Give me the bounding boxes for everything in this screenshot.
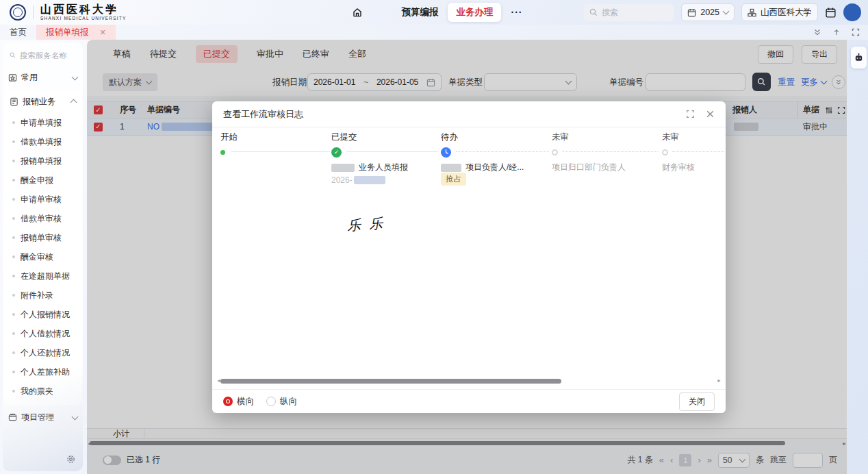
sidebar-item[interactable]: 借款单审核 xyxy=(4,209,81,228)
redacted-name xyxy=(331,164,355,172)
sidebar-item[interactable]: 报销单审核 xyxy=(4,228,81,247)
home-icon[interactable] xyxy=(352,7,363,18)
sidebar-item[interactable]: 附件补录 xyxy=(4,286,81,305)
connector xyxy=(231,151,330,152)
star-folder-icon xyxy=(8,73,17,82)
tab-bar: 首页 报销单填报 ✕ xyxy=(0,25,868,40)
schedule-icon[interactable] xyxy=(825,7,837,18)
preempt-badge[interactable]: 抢占 xyxy=(441,173,466,186)
modal-horizontal-scrollbar[interactable]: ◄ ► xyxy=(216,378,722,384)
search-icon xyxy=(10,51,16,60)
sidebar-item[interactable]: 申请单填报 xyxy=(4,113,81,132)
radio-unselected-icon xyxy=(266,397,276,406)
handwritten-signature: 乐乐 xyxy=(346,214,392,235)
tab-home[interactable]: 首页 xyxy=(0,25,36,40)
sidebar-search-input[interactable] xyxy=(20,51,77,60)
sidebar-group-common[interactable]: 常用 xyxy=(3,66,83,89)
step-pending-clock-icon xyxy=(441,147,451,158)
tab-reimburse-form[interactable]: 报销单填报 ✕ xyxy=(36,25,116,40)
redacted-date xyxy=(354,176,385,184)
radio-vertical[interactable]: 纵向 xyxy=(266,396,297,408)
settings-gear-icon[interactable] xyxy=(66,454,76,464)
step-date-prefix: 2026- xyxy=(331,175,353,185)
sidebar-item[interactable]: 个人还款情况 xyxy=(4,343,81,362)
nav-more-button[interactable]: ··· xyxy=(511,7,522,18)
radio-selected-icon xyxy=(223,397,233,406)
step-role: 项目归口部门负责人 xyxy=(552,162,626,173)
fullscreen-icon[interactable] xyxy=(852,28,860,36)
org-icon xyxy=(748,8,756,17)
modal-footer: 横向 纵向 关闭 xyxy=(212,389,726,413)
assistant-panel[interactable] xyxy=(851,47,867,68)
step-start: 开始 xyxy=(220,132,330,143)
sidebar-item[interactable]: 酬金审核 xyxy=(4,247,81,266)
step-start-dot-icon xyxy=(220,150,225,155)
workflow-log-modal: 查看工作流审核日志 开始 已 xyxy=(212,101,726,413)
page: 山西医科大学 SHANXI MEDICAL UNIVERSITY 预算编报 业务… xyxy=(0,0,868,474)
upload-icon[interactable] xyxy=(832,28,841,36)
modal-close-icon[interactable] xyxy=(706,110,715,118)
close-tab-icon[interactable]: ✕ xyxy=(100,28,106,37)
sidebar-search[interactable] xyxy=(3,48,83,66)
radio-horizontal[interactable]: 横向 xyxy=(223,396,254,408)
chevron-down-icon xyxy=(72,73,79,80)
step-todo-circle-icon xyxy=(662,149,668,155)
step-pending: 待办 项目负责人/经... 抢占 xyxy=(441,132,550,143)
connector xyxy=(672,151,724,152)
collapse-all-icon[interactable] xyxy=(813,28,821,36)
sidebar-item[interactable]: 酬金申报 xyxy=(4,171,81,190)
user-avatar[interactable] xyxy=(843,3,861,21)
header-right: 2025 山西医科大学 xyxy=(584,3,861,21)
university-name: 山西医科大学 xyxy=(40,4,126,15)
org-selector[interactable]: 山西医科大学 xyxy=(741,3,818,21)
year-value: 2025 xyxy=(700,8,719,17)
step-role: 项目负责人/经... xyxy=(465,162,524,173)
modal-title: 查看工作流审核日志 xyxy=(223,108,303,121)
sidebar-item[interactable]: 申请单审核 xyxy=(4,190,81,209)
university-logo-icon xyxy=(10,4,26,21)
university-name-en: SHANXI MEDICAL UNIVERSITY xyxy=(40,16,126,21)
global-search[interactable] xyxy=(584,4,674,21)
nav-budget[interactable]: 预算编报 xyxy=(401,6,438,18)
connector xyxy=(563,151,659,152)
workflow-stepper: 开始 已提交 ✓ 业务人员填报 2026- 待办 xyxy=(220,132,726,221)
step-unreviewed-finance: 未审 财务审核 xyxy=(662,132,771,143)
modal-header: 查看工作流审核日志 xyxy=(212,101,726,127)
chevron-up-icon xyxy=(71,99,77,106)
sidebar: 常用 报销业务 申请单填报 借款单填报 报销单填报 酬金申报 申请单审核 借款单… xyxy=(3,42,83,471)
step-submitted: 已提交 ✓ 业务人员填报 2026- xyxy=(331,132,441,143)
step-todo-circle-icon xyxy=(552,149,558,155)
redacted-name xyxy=(441,164,461,172)
modal-close-button[interactable]: 关闭 xyxy=(679,392,715,411)
sidebar-item[interactable]: 个人借款情况 xyxy=(4,324,81,343)
scrollbar-thumb[interactable] xyxy=(220,379,561,384)
step-unreviewed-dept: 未审 项目归口部门负责人 xyxy=(552,132,661,143)
nav-business[interactable]: 业务办理 xyxy=(448,3,501,22)
step-role: 业务人员填报 xyxy=(359,162,408,173)
modal-fullscreen-icon[interactable] xyxy=(686,110,695,118)
step-done-check-icon: ✓ xyxy=(331,147,342,158)
connector xyxy=(346,151,438,152)
logo-text: 山西医科大学 SHANXI MEDICAL UNIVERSITY xyxy=(40,4,126,21)
connector xyxy=(456,151,549,152)
sidebar-group-reimburse-card: 报销业务 申请单填报 借款单填报 报销单填报 酬金申报 申请单审核 借款单审核 … xyxy=(4,90,81,405)
divider xyxy=(33,5,34,19)
doc-icon xyxy=(10,97,18,106)
search-icon xyxy=(589,8,598,16)
sidebar-item[interactable]: 报销单填报 xyxy=(4,151,81,171)
app-header: 山西医科大学 SHANXI MEDICAL UNIVERSITY 预算编报 业务… xyxy=(0,0,868,25)
sidebar-group-reimburse[interactable]: 报销业务 xyxy=(4,90,81,113)
org-name: 山西医科大学 xyxy=(761,7,812,18)
main-nav: 预算编报 业务办理 ··· xyxy=(401,3,522,22)
assistant-robot-icon xyxy=(854,53,864,63)
year-selector[interactable]: 2025 xyxy=(681,3,735,21)
tabbar-tools xyxy=(813,25,868,40)
chevron-down-icon xyxy=(723,8,730,15)
step-role: 财务审核 xyxy=(662,162,695,173)
sidebar-item[interactable]: 在途超期单据 xyxy=(4,266,81,286)
calendar-icon xyxy=(687,8,696,17)
global-search-input[interactable] xyxy=(602,8,663,17)
sidebar-item[interactable]: 个人报销情况 xyxy=(4,305,81,324)
sidebar-item[interactable]: 借款单填报 xyxy=(4,132,81,151)
scroll-right-icon[interactable]: ► xyxy=(717,378,722,383)
